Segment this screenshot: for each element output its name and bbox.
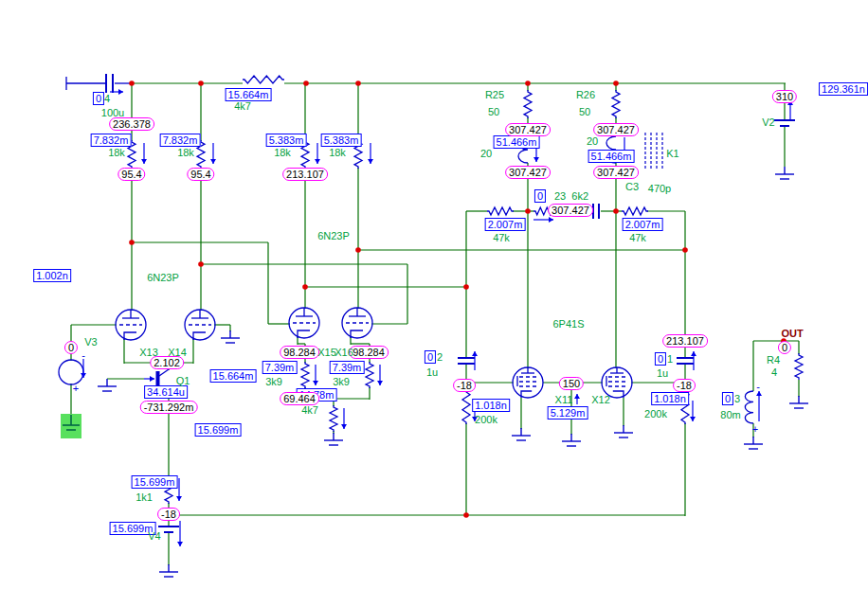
- label-r3k9-right[interactable]: 3k9: [333, 376, 350, 387]
- node-voltage-m18-1: -18: [453, 379, 476, 392]
- node-voltage-69: 69.464: [280, 392, 319, 405]
- current-r23: 0: [534, 189, 546, 203]
- label-l2-value[interactable]: 20: [587, 135, 598, 147]
- label-6p41s[interactable]: 6P41S: [552, 318, 584, 330]
- label-x16[interactable]: X16: [335, 347, 353, 358]
- current-q1-gate: 34.614u: [144, 385, 188, 399]
- label-out-node[interactable]: OUT: [781, 328, 803, 339]
- current-grid-x11: 1.018n: [472, 399, 510, 412]
- node-voltage-307-4: 307.427: [593, 166, 639, 179]
- current-c2: 0: [425, 350, 436, 364]
- current-r18k-3: 5.383m: [266, 134, 307, 147]
- node-voltage-150: 150: [559, 377, 584, 390]
- node-voltage-307-1: 307.427: [505, 123, 551, 136]
- node-voltage-236: 236.378: [109, 117, 154, 131]
- label-6n23p-1[interactable]: 6N23P: [317, 230, 350, 241]
- label-x13[interactable]: X13: [139, 347, 158, 358]
- node-voltage-95-1: 95.4: [118, 168, 145, 181]
- label-v2[interactable]: V2: [762, 116, 774, 128]
- label-r4[interactable]: R4: [767, 354, 780, 366]
- label-l3-value[interactable]: 80m: [720, 409, 740, 420]
- node-voltage-v3: 0: [64, 341, 78, 354]
- current-r3k9-right: 7.39m: [330, 361, 365, 374]
- current-screen: 5.129m: [548, 406, 588, 420]
- label-x12[interactable]: X12: [591, 394, 610, 405]
- current-l1: 51.466m: [494, 135, 540, 149]
- label-c1-value[interactable]: 1u: [657, 367, 668, 379]
- current-r47k-left: 2.007m: [485, 218, 526, 231]
- label-r3k9-left[interactable]: 3k9: [265, 376, 282, 387]
- label-r18k-2[interactable]: 18k: [177, 147, 194, 158]
- node-voltage-307-5: 307.427: [548, 204, 593, 217]
- label-r23[interactable]: 23 6k2: [554, 190, 588, 202]
- label-c3-value[interactable]: 470p: [648, 183, 671, 194]
- node-voltage-98-2: 98.284: [349, 346, 389, 359]
- current-output: 129.361n: [819, 82, 868, 96]
- current-q1-drain: 15.664m: [210, 369, 257, 383]
- label-r26-value[interactable]: 50: [579, 106, 590, 117]
- node-voltage-cathode: 2.102: [150, 356, 184, 369]
- label-r18k-3[interactable]: 18k: [274, 147, 291, 158]
- label-x14[interactable]: X14: [168, 347, 187, 358]
- label-c4-value[interactable]: 100u: [101, 107, 124, 118]
- node-voltage-95-2: 95.4: [187, 168, 214, 181]
- current-l2: 51.466m: [588, 150, 635, 163]
- schematic-canvas[interactable]: 0 7.832m 7.832m 15.664m 5.383m 5.383m 51…: [0, 0, 868, 607]
- current-c4: 0: [93, 92, 104, 105]
- label-v4[interactable]: V4: [148, 530, 160, 542]
- label-x15[interactable]: X15: [317, 347, 336, 358]
- label-r25[interactable]: R25: [485, 89, 504, 100]
- label-q1[interactable]: Q1: [176, 375, 190, 386]
- label-x11[interactable]: X11: [555, 394, 573, 405]
- node-voltage-213-1: 213.107: [282, 168, 328, 181]
- node-voltage-out: 0: [778, 341, 791, 354]
- label-r25-value[interactable]: 50: [488, 106, 499, 117]
- l3-plus-mark: +: [752, 423, 758, 435]
- label-l1-value[interactable]: 20: [480, 148, 492, 159]
- label-r200k-left[interactable]: 200k: [475, 414, 497, 425]
- label-6n23p-2[interactable]: 6N23P: [147, 272, 179, 283]
- label-k1[interactable]: K1: [666, 148, 678, 159]
- v3-minus-mark: -: [81, 349, 85, 361]
- node-voltage-98-1: 98.284: [280, 346, 319, 359]
- label-c4-name[interactable]: 4: [104, 93, 110, 104]
- node-voltage-m18-2: -18: [673, 379, 696, 392]
- label-r4-value[interactable]: 4: [771, 366, 777, 378]
- current-q1-source: 15.699m: [195, 423, 242, 437]
- l3-minus-mark: -: [756, 381, 760, 392]
- node-voltage-213-2: 213.107: [662, 334, 708, 348]
- current-r18k-2: 7.832m: [160, 134, 201, 147]
- current-l3: 0: [722, 392, 733, 405]
- current-grid-x12: 1.018n: [651, 392, 689, 405]
- v3-plus-mark: +: [73, 383, 79, 394]
- label-r47k-left[interactable]: 47k: [493, 232, 510, 243]
- label-c2-name[interactable]: 2: [437, 351, 443, 363]
- node-voltage-q1: -731.292m: [140, 401, 198, 414]
- current-r18k-1: 7.832m: [91, 134, 132, 147]
- label-r200k-right[interactable]: 200k: [644, 408, 667, 420]
- node-voltage-m18-3: -18: [157, 508, 180, 521]
- label-l3-name[interactable]: 3: [734, 393, 740, 404]
- current-grid-input: 1.002n: [33, 269, 71, 282]
- current-r47k-right: 2.007m: [623, 218, 663, 231]
- current-r4k7: 15.664m: [226, 88, 272, 101]
- schematic-drawing[interactable]: [0, 0, 868, 607]
- current-c1: 0: [655, 352, 666, 366]
- label-r18k-4[interactable]: 18k: [329, 147, 346, 158]
- node-voltage-307-3: 307.427: [593, 123, 639, 136]
- current-r1k1: 15.699m: [132, 475, 178, 489]
- current-r18k-4: 5.383m: [321, 134, 362, 147]
- label-c2-value[interactable]: 1u: [426, 366, 438, 378]
- label-c1-name[interactable]: 1: [667, 353, 673, 365]
- label-r47k-right[interactable]: 47k: [629, 232, 646, 243]
- label-r1k1[interactable]: 1k1: [136, 491, 153, 503]
- label-r4k7-top[interactable]: 4k7: [234, 100, 251, 112]
- node-voltage-307-2: 307.427: [505, 166, 551, 179]
- node-voltage-310: 310: [772, 90, 797, 103]
- label-c3[interactable]: C3: [625, 181, 639, 192]
- label-r26[interactable]: R26: [576, 89, 595, 100]
- label-v3[interactable]: V3: [84, 336, 97, 348]
- current-r3k9-left: 7.39m: [262, 361, 298, 374]
- label-r4k7-tail[interactable]: 4k7: [301, 404, 318, 416]
- label-r18k-1[interactable]: 18k: [108, 147, 125, 158]
